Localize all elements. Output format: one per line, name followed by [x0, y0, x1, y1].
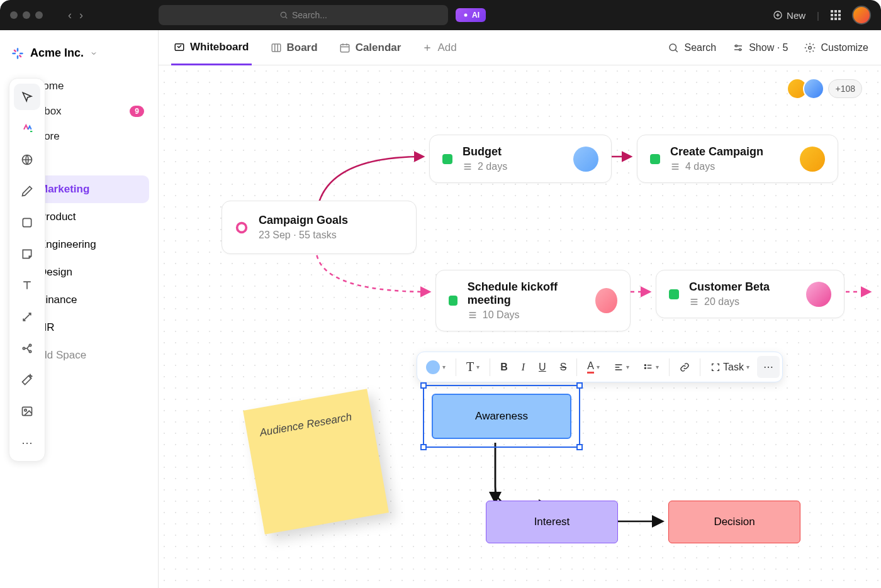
- convert-icon: [710, 362, 721, 372]
- logo-icon: [11, 47, 24, 60]
- tool-palette: ⋯: [9, 78, 45, 462]
- card-kickoff[interactable]: Schedule kickoff meeting 10 Days: [435, 270, 631, 331]
- sparkle-icon: [462, 11, 469, 19]
- tool-shape[interactable]: [14, 209, 40, 236]
- maximize-dot[interactable]: [35, 11, 43, 19]
- workspace-selector[interactable]: Acme Inc.: [9, 38, 149, 74]
- tool-mindmap[interactable]: [14, 335, 40, 362]
- participant-avatar[interactable]: [803, 78, 824, 99]
- participants-more[interactable]: +108: [828, 79, 862, 98]
- block-awareness[interactable]: Awareness: [432, 394, 571, 439]
- participants: +108: [792, 78, 862, 99]
- inbox-badge: 9: [130, 106, 144, 117]
- tab-whiteboard[interactable]: Whiteboard: [171, 31, 252, 65]
- whiteboard-canvas[interactable]: +108: [159, 65, 881, 588]
- history-nav: ‹ ›: [68, 9, 83, 22]
- card-create-campaign[interactable]: Create Campaign 4 days: [637, 135, 838, 183]
- svg-point-20: [29, 344, 31, 346]
- gear-icon: [804, 42, 816, 53]
- search-icon: [279, 11, 288, 19]
- card-meta: 10 Days: [468, 309, 586, 321]
- assignee-avatar[interactable]: [800, 147, 825, 172]
- bold-button[interactable]: B: [494, 357, 514, 378]
- block-decision[interactable]: Decision: [668, 501, 800, 543]
- svg-point-0: [281, 12, 286, 17]
- close-dot[interactable]: [10, 11, 18, 19]
- status-indicator: [650, 154, 660, 164]
- pen-icon: [21, 185, 33, 197]
- ai-button[interactable]: AI: [456, 8, 486, 22]
- back-icon[interactable]: ‹: [68, 9, 72, 22]
- block-interest[interactable]: Interest: [486, 501, 618, 543]
- tab-add[interactable]: Add: [420, 31, 459, 64]
- bullet-icon: [643, 362, 653, 372]
- tool-text[interactable]: [14, 272, 40, 299]
- svg-point-14: [237, 223, 247, 232]
- card-customer-beta[interactable]: Customer Beta 20 days: [656, 270, 845, 318]
- sliders-icon: [732, 42, 744, 53]
- card-budget[interactable]: Budget 2 days: [429, 135, 612, 183]
- board-icon: [271, 42, 282, 53]
- tab-calendar[interactable]: Calendar: [337, 31, 404, 64]
- action-show[interactable]: Show · 5: [732, 42, 788, 53]
- new-button[interactable]: New: [773, 10, 805, 21]
- assignee-avatar[interactable]: [573, 147, 598, 172]
- tool-magic[interactable]: [14, 367, 40, 393]
- assignee-avatar[interactable]: [806, 282, 831, 307]
- strike-button[interactable]: S: [554, 357, 573, 378]
- svg-rect-9: [340, 44, 349, 52]
- card-meta: 20 days: [689, 296, 770, 308]
- link-button[interactable]: [673, 357, 696, 377]
- assignee-avatar[interactable]: [595, 288, 617, 313]
- align-button[interactable]: ▾: [607, 357, 636, 377]
- status-indicator: [669, 289, 679, 299]
- tool-ai[interactable]: [14, 115, 40, 141]
- svg-rect-18: [23, 218, 31, 226]
- tool-connector[interactable]: [14, 304, 40, 330]
- font-button[interactable]: T ▾: [460, 355, 486, 379]
- tool-sticky[interactable]: [14, 241, 40, 267]
- task-button[interactable]: Task ▾: [704, 357, 756, 378]
- svg-rect-8: [272, 44, 281, 52]
- more-button[interactable]: ⋯: [757, 356, 780, 378]
- tool-pen[interactable]: [14, 178, 40, 204]
- tab-board[interactable]: Board: [268, 31, 320, 64]
- tool-image[interactable]: [14, 398, 40, 424]
- status-indicator: [449, 296, 457, 306]
- selection-frame[interactable]: Awareness: [423, 385, 580, 448]
- forward-icon[interactable]: ›: [79, 9, 83, 22]
- list-button[interactable]: ▾: [637, 357, 665, 377]
- svg-point-16: [644, 367, 646, 369]
- italic-button[interactable]: I: [515, 357, 531, 378]
- sticky-note[interactable]: Audience Research: [243, 389, 389, 535]
- underline-button[interactable]: U: [532, 357, 553, 378]
- link-icon: [680, 362, 690, 372]
- action-customize[interactable]: Customize: [804, 42, 868, 53]
- svg-point-11: [736, 45, 738, 47]
- globe-icon: [21, 153, 33, 166]
- global-search[interactable]: Search...: [159, 5, 448, 25]
- status-indicator: [442, 154, 452, 164]
- square-icon: [21, 216, 33, 229]
- target-icon: [235, 221, 249, 235]
- text-icon: [21, 279, 33, 292]
- tool-web[interactable]: [14, 147, 40, 173]
- tool-more[interactable]: ⋯: [14, 430, 40, 456]
- svg-point-13: [809, 46, 812, 49]
- cursor-icon: [21, 91, 33, 103]
- user-avatar[interactable]: [852, 6, 871, 25]
- connector-icon: [21, 311, 33, 323]
- tool-select[interactable]: [14, 84, 40, 110]
- action-search[interactable]: Search: [668, 42, 716, 53]
- color-picker[interactable]: ▾: [420, 355, 452, 379]
- apps-icon[interactable]: [831, 10, 841, 20]
- card-meta: 23 Sep · 55 tasks: [259, 230, 348, 241]
- minimize-dot[interactable]: [23, 11, 30, 19]
- text-color-button[interactable]: A▾: [581, 355, 606, 379]
- svg-point-10: [670, 44, 676, 51]
- card-title: Schedule kickoff meeting: [468, 280, 586, 307]
- floating-toolbar: ▾ T ▾ B I U S A▾ ▾ ▾ Task ▾ ⋯: [417, 352, 783, 382]
- card-meta: 2 days: [463, 161, 507, 172]
- svg-point-1: [464, 14, 468, 17]
- card-campaign-goals[interactable]: Campaign Goals 23 Sep · 55 tasks: [222, 201, 417, 254]
